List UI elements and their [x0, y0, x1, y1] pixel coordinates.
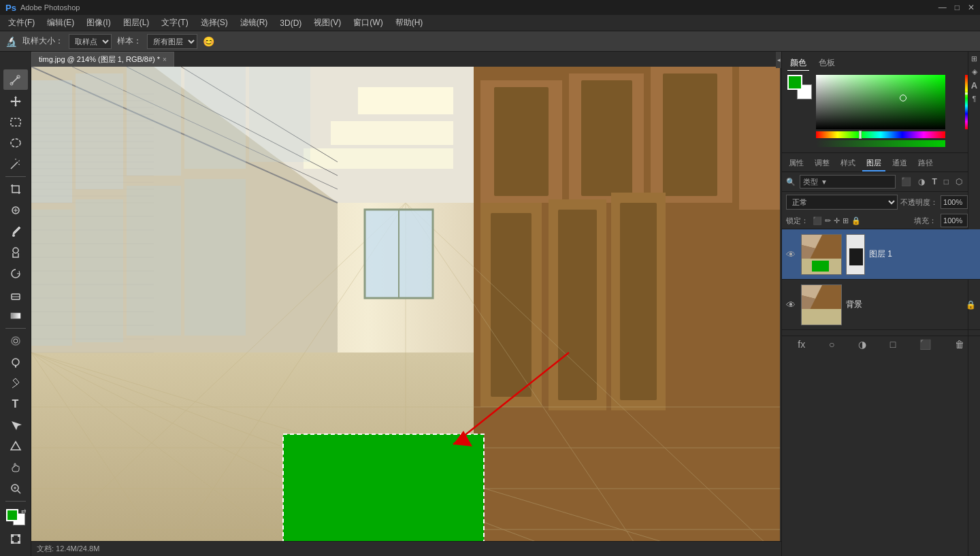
- sample-size-select[interactable]: 取样点: [69, 34, 112, 49]
- filter-smart-icon[interactable]: ⬡: [954, 176, 964, 188]
- tab-paths[interactable]: 路径: [914, 156, 937, 171]
- color-tab[interactable]: 颜色: [787, 56, 809, 71]
- titlebar-right[interactable]: — □ ✕: [938, 3, 975, 12]
- menu-select[interactable]: 选择(S): [195, 16, 233, 30]
- lock-pixel-icon[interactable]: ⬛: [813, 216, 822, 225]
- tool-blur[interactable]: [3, 331, 28, 351]
- tool-crop[interactable]: [3, 179, 28, 199]
- lock-all-icon[interactable]: 🔒: [851, 216, 861, 225]
- svg-point-18: [12, 359, 19, 365]
- search-icon: 🔍: [786, 178, 796, 186]
- svg-rect-87: [739, 67, 780, 210]
- layer-item-layer1[interactable]: 👁 图层 1: [782, 229, 980, 280]
- tab-close-button[interactable]: ×: [163, 56, 167, 63]
- lock-move-icon[interactable]: ✛: [834, 216, 840, 225]
- tool-eyedropper[interactable]: [3, 69, 28, 90]
- menu-file[interactable]: 文件(F): [3, 16, 40, 30]
- menu-window[interactable]: 窗口(W): [348, 16, 388, 30]
- properties-tabs: 属性 调整 样式 图层 通道 路径 ≡: [782, 153, 980, 172]
- maximize-button[interactable]: □: [955, 3, 960, 12]
- tool-path-select[interactable]: [3, 415, 28, 436]
- tab-properties[interactable]: 属性: [785, 156, 808, 171]
- tool-zoom[interactable]: [3, 478, 28, 499]
- svg-point-17: [14, 339, 18, 343]
- new-fill-button[interactable]: ◑: [858, 339, 866, 350]
- tab-channels[interactable]: 通道: [888, 156, 911, 171]
- tool-spot-heal[interactable]: [3, 200, 28, 220]
- tool-move[interactable]: [3, 91, 28, 111]
- fg-color-box[interactable]: [787, 75, 802, 90]
- tool-type[interactable]: T: [3, 394, 28, 414]
- paragraph-icon[interactable]: ¶: [973, 95, 977, 103]
- tool-lasso[interactable]: [3, 133, 28, 153]
- add-mask-button[interactable]: ○: [829, 339, 834, 350]
- close-button[interactable]: ✕: [968, 3, 975, 12]
- sample-select[interactable]: 所有图层: [147, 34, 197, 49]
- tool-gradient[interactable]: [3, 306, 28, 326]
- menu-3d[interactable]: 3D(D): [274, 17, 307, 29]
- menu-view[interactable]: 视图(V): [308, 16, 346, 30]
- alpha-bar[interactable]: [816, 140, 945, 147]
- tab-adjustments[interactable]: 调整: [811, 156, 834, 171]
- group-button[interactable]: □: [890, 339, 896, 350]
- color-tool-icon[interactable]: ◈: [972, 67, 977, 76]
- hud-icon[interactable]: 😊: [203, 36, 214, 47]
- background-visibility-icon[interactable]: 👁: [786, 299, 797, 310]
- minimize-button[interactable]: —: [938, 3, 947, 12]
- tab-layers[interactable]: 图层: [862, 156, 885, 171]
- layer-item-background[interactable]: 👁 背景 🔒: [782, 280, 980, 330]
- filter-type-icon[interactable]: T: [930, 176, 938, 188]
- menu-image[interactable]: 图像(I): [81, 16, 116, 30]
- color-switcher[interactable]: ⇄: [3, 506, 28, 528]
- filter-shape-icon[interactable]: □: [943, 176, 950, 188]
- filter-adjust-icon[interactable]: ◑: [917, 176, 926, 188]
- panel-collapse-button[interactable]: ◂: [776, 52, 781, 68]
- swatches-tab[interactable]: 色板: [816, 56, 838, 71]
- blend-mode-select[interactable]: 正常: [786, 195, 898, 210]
- toolbar-separator-1: [5, 176, 26, 177]
- hue-bar[interactable]: [816, 131, 945, 138]
- arrange-icon[interactable]: ⊞: [970, 56, 979, 62]
- color-gradient-area[interactable]: [816, 75, 961, 147]
- delete-layer-button[interactable]: 🗑: [955, 339, 964, 350]
- canvas-tab[interactable]: timg.jpg @ 214% (图层 1, RGB/8#) * ×: [31, 52, 174, 67]
- tab-styles[interactable]: 样式: [836, 156, 860, 171]
- menu-edit[interactable]: 编辑(E): [42, 16, 80, 30]
- filter-dropdown-icon[interactable]: ▼: [821, 178, 828, 186]
- layer1-visibility-icon[interactable]: 👁: [786, 249, 797, 260]
- tool-dodge[interactable]: [3, 352, 28, 372]
- tool-select-rect[interactable]: [3, 112, 28, 132]
- swap-colors-icon[interactable]: ⇄: [21, 508, 27, 514]
- color-swatches[interactable]: [787, 75, 812, 99]
- svg-rect-28: [18, 534, 20, 537]
- svg-rect-50: [184, 179, 246, 336]
- type-tool-icon[interactable]: A: [971, 80, 977, 91]
- svg-line-5: [11, 162, 18, 169]
- tool-transform[interactable]: [3, 529, 28, 549]
- filter-pixel-icon[interactable]: ⬛: [900, 176, 913, 188]
- tool-pen[interactable]: [3, 373, 28, 393]
- color-panel-header: 颜色 色板 ≡: [782, 54, 980, 72]
- tool-magic-wand[interactable]: [3, 154, 28, 174]
- menu-filter[interactable]: 滤镜(R): [235, 16, 274, 30]
- tool-shape[interactable]: [3, 436, 28, 457]
- lock-draw-icon[interactable]: ✏: [825, 216, 831, 225]
- fill-input[interactable]: [941, 214, 968, 227]
- menu-text[interactable]: 文字(T): [156, 16, 193, 30]
- color-gradient[interactable]: [816, 75, 945, 129]
- menu-help[interactable]: 帮助(H): [390, 16, 429, 30]
- opacity-input[interactable]: [941, 195, 968, 209]
- add-style-button[interactable]: fx: [798, 339, 805, 350]
- tool-clone[interactable]: [3, 242, 28, 263]
- tool-eraser[interactable]: [3, 284, 28, 305]
- lock-artboard-icon[interactable]: ⊞: [843, 216, 849, 225]
- tool-hand[interactable]: [3, 457, 28, 478]
- tool-brush[interactable]: [3, 221, 28, 242]
- canvas-area[interactable]: [31, 67, 780, 556]
- fg-color-swatch[interactable]: [6, 509, 18, 521]
- canvas-image[interactable]: [31, 67, 780, 556]
- new-layer-button[interactable]: ⬛: [919, 339, 931, 350]
- menu-layer[interactable]: 图层(L): [118, 16, 155, 30]
- tool-history[interactable]: [3, 263, 28, 284]
- layer1-name: 图层 1: [869, 248, 976, 260]
